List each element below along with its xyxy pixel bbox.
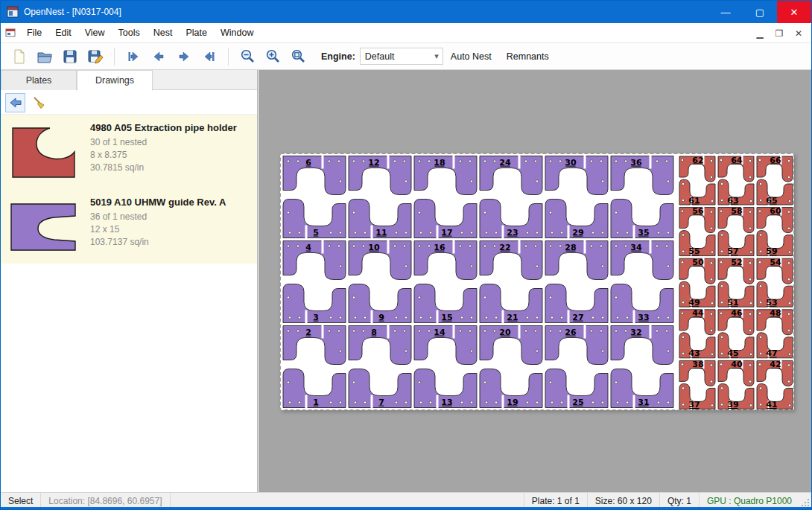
menu-edit[interactable]: Edit (48, 24, 78, 42)
minimize-button[interactable]: — (708, 1, 743, 23)
svg-text:9: 9 (378, 313, 384, 322)
menu-file[interactable]: File (20, 24, 48, 42)
menu-bar: File Edit View Tools Nest Plate Window ▁… (1, 23, 811, 43)
maximize-button[interactable]: ▢ (743, 1, 777, 23)
purple-part-icon (7, 198, 81, 258)
tab-drawings[interactable]: Drawings (77, 70, 153, 91)
mdi-restore-button[interactable]: ❐ (770, 28, 789, 39)
svg-text:5: 5 (313, 228, 319, 238)
menu-window[interactable]: Window (214, 24, 260, 42)
save-button[interactable] (59, 45, 81, 68)
document-icon (5, 28, 16, 38)
svg-text:52: 52 (731, 258, 742, 267)
svg-text:43: 43 (688, 348, 700, 358)
svg-text:30: 30 (565, 158, 577, 168)
drawing-size: 8 x 8.375 (90, 149, 253, 162)
svg-text:24: 24 (499, 158, 511, 168)
svg-text:3: 3 (313, 313, 319, 322)
drawing-nested-count: 36 of 1 nested (90, 211, 253, 223)
svg-text:38: 38 (692, 360, 703, 369)
close-button[interactable]: ✕ (777, 1, 811, 23)
menu-nest[interactable]: Nest (147, 24, 180, 42)
drawing-item-uhmw-guide[interactable]: 5019 A10 UHMW guide Rev. A 36 of 1 neste… (1, 189, 257, 264)
last-arrow-icon (202, 49, 217, 64)
svg-text:58: 58 (731, 206, 742, 216)
new-file-button[interactable] (8, 45, 31, 68)
assign-drawing-button[interactable] (5, 93, 25, 112)
main-toolbar: Engine: Default ▾ Auto Nest Remnants (1, 43, 811, 70)
status-location: Location: [84.8696, 60.6957] (41, 493, 170, 509)
svg-text:40: 40 (731, 360, 743, 369)
svg-text:6: 6 (305, 158, 311, 168)
svg-text:35: 35 (638, 228, 649, 238)
zoom-fit-button[interactable] (287, 45, 309, 68)
drawing-thumbnail (7, 195, 90, 258)
menu-plate[interactable]: Plate (179, 24, 214, 42)
drawing-item-extraction-pipe-holder[interactable]: 4980 A05 Extraction pipe holder 30 of 1 … (1, 115, 257, 189)
svg-text:66: 66 (770, 156, 781, 165)
svg-text:27: 27 (572, 313, 583, 322)
svg-text:7: 7 (378, 398, 384, 407)
drawings-toolbar (1, 91, 257, 115)
svg-text:33: 33 (638, 313, 649, 322)
save-as-button[interactable] (84, 45, 107, 68)
svg-text:54: 54 (770, 258, 781, 267)
previous-plate-button[interactable] (148, 45, 170, 68)
svg-text:49: 49 (688, 298, 700, 307)
clear-nest-button[interactable] (28, 93, 48, 112)
first-arrow-icon (126, 49, 141, 64)
next-plate-button[interactable] (173, 45, 195, 68)
save-edit-icon (87, 48, 104, 65)
mdi-minimize-button[interactable]: ▁ (750, 28, 770, 39)
svg-text:17: 17 (441, 228, 452, 238)
svg-text:22: 22 (499, 243, 510, 252)
mdi-window-controls: ▁ ❐ ✕ (750, 23, 808, 43)
svg-text:34: 34 (630, 243, 642, 252)
nest-drawing[interactable]: 6512111817242330293635431091615222128273… (280, 153, 794, 410)
svg-text:53: 53 (766, 298, 777, 307)
svg-text:64: 64 (731, 156, 743, 165)
drawing-area: 30.7815 sq/in (90, 162, 253, 174)
panel-tabs: Plates Drawings (1, 70, 257, 90)
svg-text:50: 50 (692, 258, 704, 267)
broom-icon (31, 95, 46, 110)
window-title: OpenNest - [N0317-004] (24, 7, 121, 17)
new-file-icon (11, 48, 28, 65)
drawing-title: 4980 A05 Extraction pipe holder (90, 122, 253, 133)
svg-text:28: 28 (565, 243, 576, 252)
plate[interactable]: 6512111817242330293635431091615222128273… (280, 153, 794, 410)
svg-text:4: 4 (305, 243, 311, 252)
status-bar: Select Location: [84.8696, 60.6957] Plat… (1, 492, 811, 509)
svg-text:46: 46 (731, 308, 743, 318)
open-folder-icon (37, 48, 53, 65)
svg-text:41: 41 (766, 400, 777, 409)
menu-view[interactable]: View (78, 24, 112, 42)
mdi-close-button[interactable]: ✕ (789, 28, 808, 39)
svg-text:15: 15 (441, 313, 452, 322)
next-arrow-icon (177, 49, 191, 64)
zoom-in-button[interactable] (261, 45, 284, 68)
engine-dropdown[interactable]: Default ▾ (360, 48, 443, 65)
open-file-button[interactable] (34, 45, 56, 68)
svg-text:20: 20 (499, 328, 511, 337)
menu-tools[interactable]: Tools (112, 24, 147, 42)
drawing-thumbnail (7, 121, 90, 183)
auto-nest-button[interactable]: Auto Nest (443, 47, 499, 66)
tab-plates[interactable]: Plates (1, 70, 77, 90)
svg-text:18: 18 (434, 158, 445, 168)
nest-canvas-area[interactable]: 6512111817242330293635431091615222128273… (258, 70, 811, 492)
svg-text:48: 48 (770, 308, 781, 318)
remnants-button[interactable]: Remnants (499, 47, 556, 66)
zoom-out-button[interactable] (236, 45, 258, 68)
resize-grip-icon[interactable] (799, 493, 811, 509)
svg-text:2: 2 (305, 328, 311, 337)
zoom-out-icon (240, 48, 256, 64)
status-qty: Qty: 1 (659, 493, 699, 509)
last-plate-button[interactable] (198, 45, 221, 68)
svg-text:13: 13 (441, 398, 452, 407)
left-panel: Plates Drawings (1, 70, 258, 492)
drawing-area: 103.7137 sq/in (90, 236, 253, 249)
svg-text:29: 29 (572, 228, 583, 238)
first-plate-button[interactable] (122, 45, 145, 68)
blue-arrow-left-icon (8, 95, 23, 110)
